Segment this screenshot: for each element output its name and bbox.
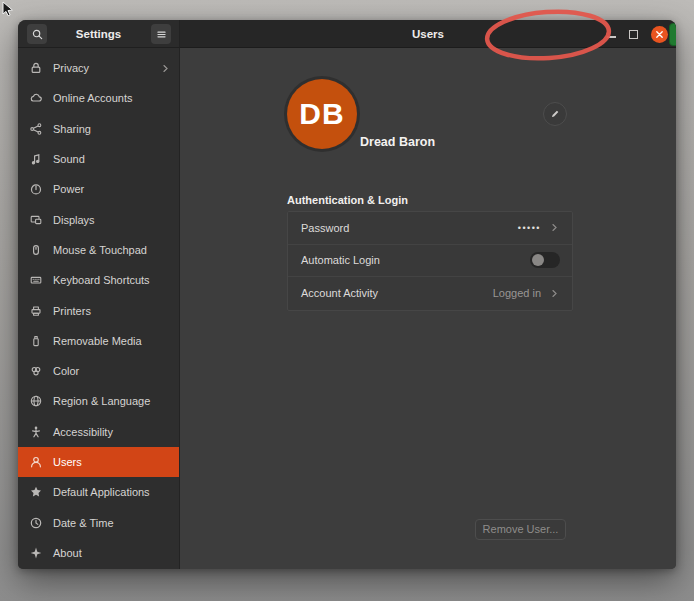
accessibility-icon — [29, 425, 43, 439]
close-icon[interactable] — [651, 26, 668, 43]
account-activity-row[interactable]: Account Activity Logged in — [288, 277, 572, 310]
sidebar-item-privacy[interactable]: Privacy — [18, 53, 179, 83]
password-row[interactable]: Password ••••• — [288, 212, 572, 245]
password-value: ••••• — [518, 223, 541, 233]
sidebar-item-label: Date & Time — [53, 517, 114, 529]
mouse-cursor-icon — [1, 1, 17, 19]
page-title: Users — [180, 20, 676, 48]
chevron-right-icon — [160, 63, 171, 74]
sidebar-item-label: Sound — [53, 153, 85, 165]
titlebar: Settings Users Add User... — [18, 20, 676, 48]
remove-user-button[interactable]: Remove User... — [475, 519, 566, 540]
cloud-icon — [29, 91, 43, 105]
sidebar-item-displays[interactable]: Displays — [18, 204, 179, 234]
chevron-right-icon — [549, 288, 560, 299]
power-icon — [29, 182, 43, 196]
share-icon — [29, 122, 43, 136]
settings-window: Settings Users Add User... Privacy — [18, 20, 676, 569]
account-activity-label: Account Activity — [301, 287, 378, 299]
sidebar-item-label: Power — [53, 183, 84, 195]
sidebar-item-accessibility[interactable]: Accessibility — [18, 417, 179, 447]
sidebar-item-label: Removable Media — [53, 335, 142, 347]
sidebar-item-label: Displays — [53, 214, 95, 226]
speaker-note-icon — [29, 152, 43, 166]
sidebar-item-label: About — [53, 547, 82, 559]
menu-button[interactable] — [151, 24, 171, 44]
sidebar-item-label: Keyboard Shortcuts — [53, 274, 150, 286]
users-panel: DB Dread Baron Authentication & Login Pa… — [180, 48, 676, 569]
toggle-knob — [532, 254, 544, 266]
sidebar-item-label: Users — [53, 456, 82, 468]
sidebar-item-sound[interactable]: Sound — [18, 144, 179, 174]
star-icon — [29, 485, 43, 499]
sidebar-item-label: Color — [53, 365, 79, 377]
sidebar-item-label: Mouse & Touchpad — [53, 244, 147, 256]
pencil-icon — [549, 108, 561, 120]
sidebar-item-sharing[interactable]: Sharing — [18, 114, 179, 144]
sidebar-item-keyboard-shortcuts[interactable]: Keyboard Shortcuts — [18, 265, 179, 295]
user-name: Dread Baron — [360, 107, 435, 177]
mouse-icon — [29, 243, 43, 257]
sidebar-item-mouse-touchpad[interactable]: Mouse & Touchpad — [18, 235, 179, 265]
sidebar-item-label: Accessibility — [53, 426, 113, 438]
sidebar-item-default-applications[interactable]: Default Applications — [18, 477, 179, 507]
sidebar-item-label: Default Applications — [53, 486, 150, 498]
sidebar: Privacy Online Accounts Sharing Sound Po… — [18, 48, 180, 569]
content-header: Users Add User... — [180, 20, 676, 48]
minimize-icon[interactable] — [607, 30, 616, 39]
sparkle-icon — [29, 546, 43, 560]
printer-icon — [29, 304, 43, 318]
password-label: Password — [301, 222, 349, 234]
sidebar-item-label: Online Accounts — [53, 92, 133, 104]
automatic-login-row: Automatic Login — [288, 245, 572, 278]
add-user-button[interactable]: Add User... — [669, 23, 676, 46]
avatar: DB — [287, 79, 357, 149]
sidebar-item-power[interactable]: Power — [18, 174, 179, 204]
chevron-right-icon — [549, 222, 560, 233]
sidebar-item-removable-media[interactable]: Removable Media — [18, 326, 179, 356]
account-activity-value: Logged in — [493, 287, 541, 299]
avatar-initials: DB — [299, 97, 344, 131]
display-icon — [29, 213, 43, 227]
sidebar-item-label: Sharing — [53, 123, 91, 135]
window-controls — [607, 20, 668, 48]
usb-media-icon — [29, 334, 43, 348]
keyboard-icon — [29, 273, 43, 287]
section-title: Authentication & Login — [287, 194, 408, 206]
automatic-login-toggle[interactable] — [530, 252, 560, 268]
sidebar-item-label: Region & Language — [53, 395, 150, 407]
color-icon — [29, 364, 43, 378]
sidebar-item-label: Privacy — [53, 62, 89, 74]
sidebar-item-color[interactable]: Color — [18, 356, 179, 386]
maximize-icon[interactable] — [629, 30, 638, 39]
clock-icon — [29, 516, 43, 530]
sidebar-header: Settings — [18, 20, 180, 48]
sidebar-item-date-time[interactable]: Date & Time — [18, 507, 179, 537]
sidebar-item-users[interactable]: Users — [18, 447, 179, 477]
auth-login-panel: Password ••••• Automatic Login Account A… — [287, 211, 573, 311]
sidebar-item-online-accounts[interactable]: Online Accounts — [18, 83, 179, 113]
sidebar-item-region-language[interactable]: Region & Language — [18, 386, 179, 416]
hamburger-menu-icon — [155, 28, 168, 41]
sidebar-item-label: Printers — [53, 305, 91, 317]
sidebar-item-printers[interactable]: Printers — [18, 295, 179, 325]
user-icon — [29, 455, 43, 469]
automatic-login-label: Automatic Login — [301, 254, 380, 266]
lock-icon — [29, 61, 43, 75]
sidebar-item-about[interactable]: About — [18, 538, 179, 568]
globe-icon — [29, 394, 43, 408]
edit-name-button[interactable] — [543, 102, 567, 126]
